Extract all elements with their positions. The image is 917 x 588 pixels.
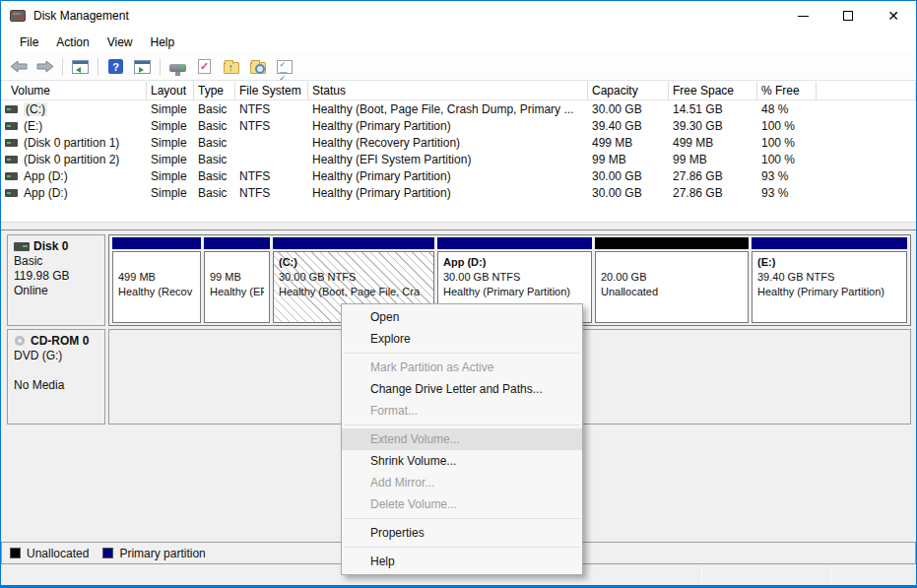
- pane-splitter[interactable]: [1, 222, 916, 230]
- volume-layout: Simple: [147, 102, 194, 116]
- folder-search-button[interactable]: [245, 55, 270, 79]
- disk0-size: 119.98 GB: [14, 269, 104, 284]
- toolbar: ? ✓—✓—: [1, 53, 916, 81]
- cdrom-label-panel[interactable]: CD-ROM 0 DVD (G:) No Media: [7, 329, 105, 425]
- table-row[interactable]: App (D:) Simple Basic NTFS Healthy (Prim…: [1, 167, 916, 184]
- partition-color-band: [204, 237, 270, 249]
- column-header-pctfree[interactable]: % Free: [757, 82, 817, 99]
- partition-color-band: [595, 237, 749, 249]
- column-header-status[interactable]: Status: [308, 82, 588, 99]
- disk0-label-panel[interactable]: Disk 0 Basic 119.98 GB Online: [7, 234, 105, 326]
- table-row[interactable]: (Disk 0 partition 2) Simple Basic Health…: [1, 151, 916, 167]
- help-icon: ?: [108, 59, 123, 74]
- legend-unallocated-label: Unallocated: [27, 547, 89, 560]
- partition-label: [118, 255, 195, 270]
- volume-type: Basic: [194, 169, 235, 183]
- forward-arrow-icon: [36, 60, 54, 73]
- volume-layout: Simple: [147, 119, 194, 133]
- partition-e[interactable]: (E:) 39.40 GB NTFS Healthy (Primary Part…: [752, 237, 907, 323]
- legend-primary-label: Primary partition: [119, 547, 205, 560]
- console-tree-icon: [72, 60, 89, 74]
- volume-layout: Simple: [147, 169, 194, 183]
- table-row[interactable]: App (D:) Simple Basic NTFS Healthy (Prim…: [1, 184, 916, 201]
- check-document-button[interactable]: [192, 55, 217, 79]
- volume-pctfree: 100 %: [757, 119, 817, 133]
- partition-status: Healthy (Primary Partition): [443, 285, 586, 299]
- partition-label: [210, 255, 264, 270]
- partition-color-band: [273, 237, 434, 249]
- volume-capacity: 499 MB: [588, 136, 669, 150]
- column-header-freespace[interactable]: Free Space: [669, 82, 757, 99]
- device-properties-button[interactable]: [165, 55, 190, 79]
- volume-type: Basic: [194, 153, 235, 166]
- menu-item-extend-volume: Extend Volume...: [342, 428, 582, 450]
- volume-capacity: 99 MB: [588, 153, 669, 166]
- back-button[interactable]: [6, 55, 31, 79]
- menu-file[interactable]: File: [11, 33, 47, 52]
- volume-free: 27.86 GB: [669, 186, 757, 200]
- menu-item-help[interactable]: Help: [342, 551, 582, 572]
- menu-item-shrink-volume[interactable]: Shrink Volume...: [342, 450, 582, 472]
- menu-separator: [344, 353, 580, 354]
- help-button[interactable]: ?: [103, 55, 128, 79]
- volume-name: (E:): [24, 119, 42, 133]
- column-header-filesystem[interactable]: File System: [235, 82, 308, 99]
- menu-help[interactable]: Help: [142, 33, 184, 52]
- window-controls: ✕: [780, 1, 916, 31]
- volume-free: 27.86 GB: [669, 169, 757, 183]
- menu-item-properties[interactable]: Properties: [342, 522, 582, 544]
- disk0-type: Basic: [14, 254, 104, 269]
- checklist-icon: ✓—✓—: [277, 60, 293, 74]
- column-header-volume[interactable]: Volume: [1, 82, 147, 99]
- partition-size: 499 MB: [118, 270, 195, 285]
- partition-status: Healthy (EF: [210, 285, 264, 299]
- volume-name: App (D:): [24, 186, 68, 200]
- column-header-layout[interactable]: Layout: [147, 82, 194, 99]
- volume-layout: Simple: [147, 153, 194, 166]
- show-action-pane-button[interactable]: [130, 55, 155, 79]
- volume-name: App (D:): [24, 169, 68, 183]
- show-console-tree-button[interactable]: [68, 55, 93, 79]
- volume-pctfree: 48 %: [757, 102, 817, 116]
- maximize-button[interactable]: [825, 1, 871, 31]
- partition-label: [601, 255, 743, 270]
- menu-separator: [344, 518, 580, 519]
- column-header-type[interactable]: Type: [194, 82, 235, 99]
- column-header-capacity[interactable]: Capacity: [588, 82, 669, 99]
- close-icon: ✕: [887, 9, 899, 23]
- folder-export-button[interactable]: [219, 55, 243, 79]
- table-row[interactable]: (C:) Simple Basic NTFS Healthy (Boot, Pa…: [1, 100, 916, 117]
- menu-item-explore[interactable]: Explore: [342, 328, 582, 350]
- minimize-button[interactable]: [780, 1, 825, 31]
- table-row[interactable]: (Disk 0 partition 1) Simple Basic Health…: [1, 134, 916, 151]
- partition-recovery[interactable]: 499 MB Healthy (Recov: [112, 237, 201, 323]
- volume-capacity: 30.00 GB: [588, 169, 669, 183]
- menu-item-change-drive-letter[interactable]: Change Drive Letter and Paths...: [342, 378, 582, 400]
- menu-item-open[interactable]: Open: [342, 306, 582, 328]
- menu-action[interactable]: Action: [47, 33, 98, 52]
- volume-icon: [5, 122, 18, 130]
- volume-free: 14.51 GB: [669, 102, 757, 116]
- minimize-icon: [798, 16, 809, 17]
- toolbar-separator: [160, 58, 161, 76]
- volume-type: Basic: [194, 102, 235, 116]
- volume-pctfree: 93 %: [757, 186, 817, 200]
- partition-color-band: [437, 237, 592, 249]
- forward-button[interactable]: [33, 55, 57, 79]
- close-button[interactable]: ✕: [871, 1, 916, 31]
- partition-status: Healthy (Boot, Page File, Cra: [279, 285, 428, 299]
- menu-bar: File Action View Help: [1, 31, 916, 53]
- volume-pctfree: 100 %: [757, 136, 817, 150]
- table-row[interactable]: (E:) Simple Basic NTFS Healthy (Primary …: [1, 117, 916, 134]
- partition-unallocated[interactable]: 20.00 GB Unallocated: [595, 237, 749, 323]
- disk0-name: Disk 0: [33, 239, 68, 254]
- properties-list-button[interactable]: ✓—✓—: [272, 55, 296, 79]
- partition-efi[interactable]: 99 MB Healthy (EF: [204, 237, 270, 323]
- menu-separator: [344, 425, 580, 425]
- partition-size: 30.00 GB NTFS: [279, 270, 428, 285]
- menu-item-add-mirror: Add Mirror...: [342, 472, 582, 493]
- maximize-icon: [843, 11, 853, 21]
- volume-pctfree: 100 %: [757, 153, 817, 166]
- cdrom-name: CD-ROM 0: [31, 334, 89, 349]
- menu-view[interactable]: View: [98, 33, 142, 52]
